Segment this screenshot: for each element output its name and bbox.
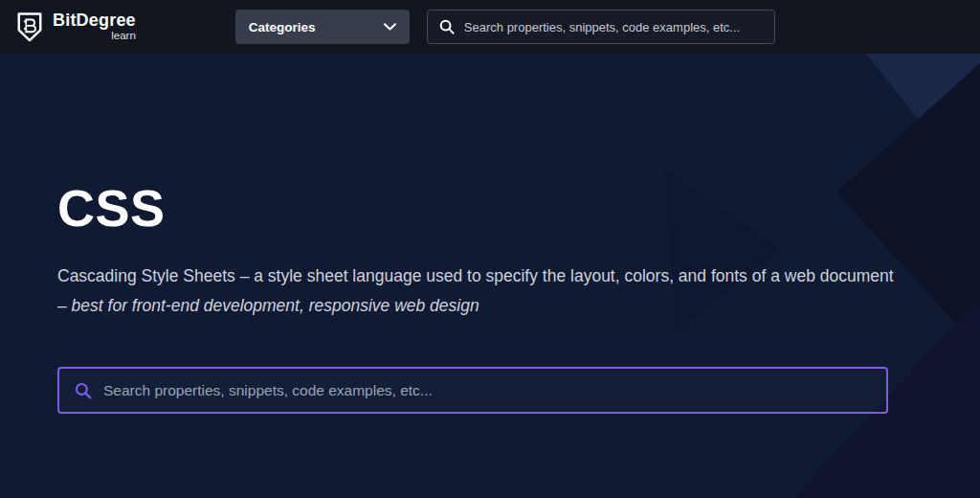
brand-name: BitDegree — [53, 11, 136, 30]
nav-search-input[interactable] — [464, 20, 763, 34]
hero-search — [57, 367, 888, 414]
description-main: Cascading Style Sheets – a style sheet l… — [57, 266, 894, 285]
page-description: Cascading Style Sheets – a style sheet l… — [57, 261, 900, 321]
top-navbar: BitDegree learn Categories — [0, 0, 980, 54]
categories-label: Categories — [249, 20, 316, 34]
brand-logo[interactable]: BitDegree learn — [15, 11, 136, 43]
chevron-down-icon — [384, 23, 396, 31]
search-icon — [439, 19, 455, 34]
categories-dropdown[interactable]: Categories — [235, 10, 410, 44]
hero-search-icon — [75, 382, 92, 399]
hero-section: CSS Cascading Style Sheets – a style she… — [0, 54, 980, 498]
page-title: CSS — [57, 180, 923, 237]
nav-search — [427, 10, 775, 44]
description-emphasis: – best for front-end development, respon… — [57, 296, 479, 315]
bitdegree-shield-icon — [15, 11, 44, 43]
brand-subtitle: learn — [111, 30, 136, 42]
hero-search-input[interactable] — [103, 382, 871, 399]
